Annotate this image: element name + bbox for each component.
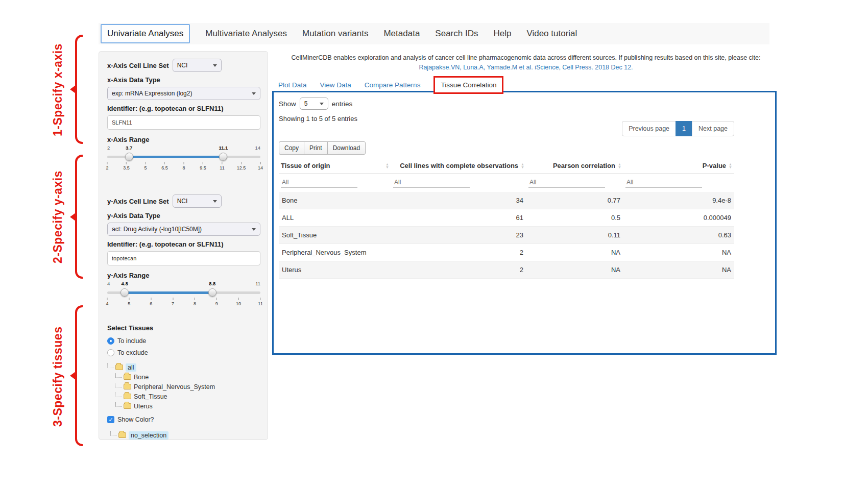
cell-tissue: Peripheral_Nervous_System xyxy=(279,244,391,261)
citation-text: CellMinerCDB enables exploration and ana… xyxy=(276,53,776,63)
filter-cell-lines-input[interactable] xyxy=(393,177,470,188)
x-identifier-input[interactable] xyxy=(107,115,260,130)
x-range-track[interactable] xyxy=(107,153,260,161)
x-cell-line-set-value: NCI xyxy=(177,62,188,69)
y-identifier-input[interactable] xyxy=(107,251,260,265)
tree-connector xyxy=(115,393,122,397)
sort-icon[interactable]: ▲▼ xyxy=(729,163,732,169)
tab-search-ids[interactable]: Search IDs xyxy=(435,29,478,39)
tree-node-soft-tissue[interactable]: Soft_Tissue xyxy=(115,392,259,401)
x-range-handle-low[interactable] xyxy=(125,153,133,161)
show-entries-control: Show 5 entries xyxy=(279,97,352,110)
exclude-radio[interactable] xyxy=(107,349,114,356)
column-header-cell-lines[interactable]: Cell lines with complete observations ▲▼ xyxy=(391,159,526,174)
sort-icon[interactable]: ▲▼ xyxy=(618,163,621,169)
column-header-p-value[interactable]: P-value ▲▼ xyxy=(623,159,734,174)
cell-pearson: NA xyxy=(526,244,623,261)
annotation-step3-bracket xyxy=(75,305,83,446)
column-header-pearson-correlation[interactable]: Pearson correlation ▲▼ xyxy=(526,159,623,174)
tab-metadata[interactable]: Metadata xyxy=(383,29,420,39)
tree-node-peripheral-nervous-system[interactable]: Peripheral_Nervous_System xyxy=(115,382,259,392)
tab-mutation-variants[interactable]: Mutation variants xyxy=(302,29,368,39)
y-range-handle-low[interactable] xyxy=(120,288,129,297)
citation-block: CellMinerCDB enables exploration and ana… xyxy=(276,53,776,72)
controls-sidebar: x-Axis Cell Line Set NCI x-Axis Data Typ… xyxy=(99,51,268,440)
y-cell-line-set-label: y-Axis Cell Line Set xyxy=(107,198,169,205)
show-label: Show xyxy=(279,100,296,108)
filter-tissue-of-origin-input[interactable] xyxy=(281,177,357,188)
tab-help[interactable]: Help xyxy=(493,29,511,39)
x-range-max-label: 14 xyxy=(255,145,260,151)
entries-count-value: 5 xyxy=(304,100,308,107)
chevron-down-icon xyxy=(320,103,324,105)
x-identifier-label: Identifier: (e.g. topotecan or SLFN11) xyxy=(107,105,259,113)
folder-icon xyxy=(124,403,131,409)
annotation-step1-label: 1-Specify x-axis xyxy=(51,41,65,139)
next-page-button[interactable]: Next page xyxy=(692,121,734,136)
entries-count-select[interactable]: 5 xyxy=(300,97,328,110)
y-range-from-label: 4.8 xyxy=(122,281,128,286)
column-header-tissue-of-origin[interactable]: Tissue of origin ▲▼ xyxy=(279,159,391,174)
cell-pearson: 0.77 xyxy=(526,192,623,209)
cell-p-value: NA xyxy=(623,244,734,261)
cell-pearson: 0.5 xyxy=(526,209,623,227)
x-data-type-select[interactable]: exp: mRNA Expression (log2) xyxy=(107,87,260,100)
sort-icon[interactable]: ▲▼ xyxy=(521,163,524,169)
page-1-button[interactable]: 1 xyxy=(676,121,692,136)
y-cell-line-set-select[interactable]: NCI xyxy=(173,194,222,208)
copy-button[interactable]: Copy xyxy=(279,141,304,155)
folder-icon xyxy=(124,374,131,380)
exclude-radio-label: To exclude xyxy=(117,349,148,356)
tab-univariate-analyses[interactable]: Univariate Analyses xyxy=(101,24,190,43)
include-radio[interactable] xyxy=(107,337,114,345)
x-data-type-value: exp: mRNA Expression (log2) xyxy=(112,90,192,97)
x-range-fill xyxy=(129,156,224,158)
y-data-type-value: act: Drug Activity (-log10[IC50M]) xyxy=(112,226,202,233)
y-range-handle-high[interactable] xyxy=(208,288,216,297)
table-row: ALL 61 0.5 0.000049 xyxy=(279,209,734,227)
y-range-label: y-Axis Range xyxy=(107,272,259,280)
export-button-group: Copy Print Download xyxy=(279,141,366,155)
subtab-plot-data[interactable]: Plot Data xyxy=(278,81,307,89)
filter-p-value-input[interactable] xyxy=(625,177,702,188)
show-color-label: Show Color? xyxy=(117,416,154,423)
table-row: Soft_Tissue 23 0.11 0.63 xyxy=(279,227,734,244)
cell-pearson: NA xyxy=(526,261,623,279)
subtab-view-data[interactable]: View Data xyxy=(320,81,351,89)
tree-node-bone[interactable]: Bone xyxy=(115,372,259,382)
annotation-step3-label: 3-Specify tissues xyxy=(51,314,65,439)
tree-connector xyxy=(115,402,122,407)
chevron-down-icon xyxy=(252,92,256,95)
sort-icon[interactable]: ▲▼ xyxy=(385,163,389,169)
tree-node-no-selection[interactable]: no_selection xyxy=(110,430,259,440)
x-range-handle-high[interactable] xyxy=(219,153,227,161)
y-data-type-label: y-Axis Data Type xyxy=(107,212,259,220)
x-range-ticks: 2 3.5 5 6.5 8 9.5 11 12.5 14 xyxy=(107,162,260,174)
filter-pearson-input[interactable] xyxy=(528,177,605,188)
tree-connector xyxy=(115,383,122,387)
chevron-down-icon xyxy=(213,64,217,67)
folder-icon xyxy=(124,394,131,399)
download-button[interactable]: Download xyxy=(327,141,366,155)
y-data-type-select[interactable]: act: Drug Activity (-log10[IC50M]) xyxy=(107,223,260,236)
table-row: Uterus 2 NA NA xyxy=(279,261,734,279)
table-row: Bone 34 0.77 9.4e-8 xyxy=(279,192,734,209)
tab-multivariate-analyses[interactable]: Multivariate Analyses xyxy=(205,29,287,39)
subtab-tissue-correlation[interactable]: Tissue Correlation xyxy=(433,76,503,94)
subtab-compare-patterns[interactable]: Compare Patterns xyxy=(365,81,421,89)
x-cell-line-set-select[interactable]: NCI xyxy=(173,59,222,72)
y-range-track[interactable] xyxy=(107,288,260,297)
annotation-step2-bracket xyxy=(75,155,83,279)
tab-video-tutorial[interactable]: Video tutorial xyxy=(526,29,577,39)
tree-node-all[interactable]: all xyxy=(107,362,259,372)
citation-link[interactable]: Rajapakse.VN, Luna.A, Yamade.M et al. iS… xyxy=(419,64,633,71)
cell-tissue: ALL xyxy=(279,209,391,227)
show-color-checkbox[interactable]: ✓ xyxy=(107,416,114,423)
tree-connector xyxy=(110,431,116,436)
table-row: Peripheral_Nervous_System 2 NA NA xyxy=(279,244,734,261)
x-range-to-label: 11.1 xyxy=(219,145,228,151)
cell-cell-lines: 2 xyxy=(391,244,526,261)
tree-node-uterus[interactable]: Uterus xyxy=(115,401,259,411)
previous-page-button[interactable]: Previous page xyxy=(622,121,676,136)
print-button[interactable]: Print xyxy=(304,141,328,155)
